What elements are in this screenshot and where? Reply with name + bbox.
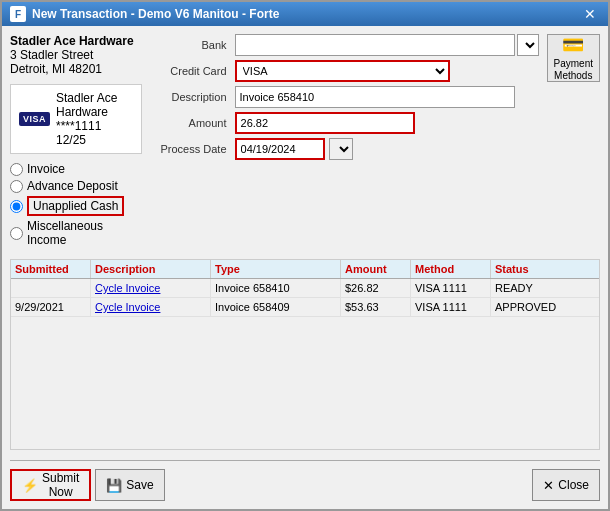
row1-submitted [11, 279, 91, 297]
amount-label: Amount [150, 117, 235, 129]
close-icon: ✕ [543, 478, 554, 493]
customer-name: Stadler Ace Hardware [10, 34, 142, 48]
submit-label: SubmitNow [42, 471, 79, 500]
close-button[interactable]: ✕ Close [532, 469, 600, 501]
invoice-radio[interactable] [10, 163, 23, 176]
radio-misc-row: Miscellaneous Income [10, 219, 142, 247]
date-row [235, 138, 353, 160]
description-input[interactable] [235, 86, 515, 108]
submit-icon: ⚡ [22, 478, 38, 493]
description-label: Description [150, 91, 235, 103]
row1-description[interactable]: Cycle Invoice [91, 279, 211, 297]
card-details: Stadler Ace Hardware ****1111 12/25 [56, 91, 133, 147]
table-header: Submitted Description Type Amount Method… [11, 260, 599, 279]
visa-badge: VISA [19, 112, 50, 126]
window-title: New Transaction - Demo V6 Manitou - Fort… [32, 7, 279, 21]
bottom-buttons-left: ⚡ SubmitNow 💾 Save [10, 469, 165, 501]
bank-input[interactable] [235, 34, 515, 56]
row1-amount: $26.82 [341, 279, 411, 297]
window-close-button[interactable]: ✕ [580, 6, 600, 22]
card-number: ****1111 [56, 119, 133, 133]
credit-card-row: Credit Card VISA [150, 60, 539, 82]
radio-section: Invoice Advance Deposit Unapplied Cash M… [10, 162, 142, 247]
payment-methods-button[interactable]: 💳 PaymentMethods [547, 34, 600, 82]
table-row[interactable]: 9/29/2021 Cycle Invoice Invoice 658409 $… [11, 298, 599, 317]
radio-invoice-row: Invoice [10, 162, 142, 176]
radio-unapplied-row: Unapplied Cash [10, 196, 142, 216]
bank-dropdown[interactable] [517, 34, 539, 56]
customer-info: Stadler Ace Hardware 3 Stadler Street De… [10, 34, 142, 253]
row2-description[interactable]: Cycle Invoice [91, 298, 211, 316]
unapplied-cash-radio[interactable] [10, 200, 23, 213]
amount-input[interactable] [235, 112, 415, 134]
main-window: F New Transaction - Demo V6 Manitou - Fo… [0, 0, 610, 511]
col-status: Status [491, 260, 561, 278]
radio-advance-row: Advance Deposit [10, 179, 142, 193]
payment-methods-icon: 💳 [562, 34, 584, 56]
customer-city-state: Detroit, MI 48201 [10, 62, 142, 76]
save-button[interactable]: 💾 Save [95, 469, 164, 501]
table-row[interactable]: Cycle Invoice Invoice 658410 $26.82 VISA… [11, 279, 599, 298]
process-date-row: Process Date [150, 138, 539, 160]
description-row: Description [150, 86, 539, 108]
process-date-dropdown[interactable] [329, 138, 353, 160]
misc-income-radio[interactable] [10, 227, 23, 240]
col-method: Method [411, 260, 491, 278]
payment-methods-label: PaymentMethods [554, 58, 593, 82]
bank-row: Bank [150, 34, 539, 56]
col-type: Type [211, 260, 341, 278]
col-description: Description [91, 260, 211, 278]
submit-now-button[interactable]: ⚡ SubmitNow [10, 469, 91, 501]
card-box[interactable]: VISA Stadler Ace Hardware ****1111 12/25 [10, 84, 142, 154]
row1-method: VISA 1111 [411, 279, 491, 297]
process-date-label: Process Date [150, 143, 235, 155]
credit-card-label: Credit Card [150, 65, 235, 77]
customer-address1: 3 Stadler Street [10, 48, 142, 62]
close-label: Close [558, 478, 589, 492]
advance-deposit-radio[interactable] [10, 180, 23, 193]
form-section: Bank Credit Card VISA Description [150, 34, 539, 253]
unapplied-cash-label: Unapplied Cash [27, 196, 124, 216]
card-expiry: 12/25 [56, 133, 133, 147]
advance-deposit-label: Advance Deposit [27, 179, 118, 193]
process-date-input[interactable] [235, 138, 325, 160]
row1-type: Invoice 658410 [211, 279, 341, 297]
amount-row: Amount [150, 112, 539, 134]
save-label: Save [126, 478, 153, 492]
misc-income-label: Miscellaneous Income [27, 219, 142, 247]
card-name: Stadler Ace Hardware [56, 91, 133, 119]
row2-status: APPROVED [491, 298, 561, 316]
bank-label: Bank [150, 39, 235, 51]
transactions-table: Submitted Description Type Amount Method… [10, 259, 600, 450]
row2-method: VISA 1111 [411, 298, 491, 316]
app-icon: F [10, 6, 26, 22]
col-submitted: Submitted [11, 260, 91, 278]
save-icon: 💾 [106, 478, 122, 493]
credit-card-select[interactable]: VISA [235, 60, 450, 82]
title-bar: F New Transaction - Demo V6 Manitou - Fo… [2, 2, 608, 26]
row2-submitted: 9/29/2021 [11, 298, 91, 316]
row1-status: READY [491, 279, 561, 297]
top-section: Stadler Ace Hardware 3 Stadler Street De… [10, 34, 600, 253]
invoice-label: Invoice [27, 162, 65, 176]
col-amount: Amount [341, 260, 411, 278]
bottom-bar: ⚡ SubmitNow 💾 Save ✕ Close [10, 465, 600, 501]
main-content: Stadler Ace Hardware 3 Stadler Street De… [2, 26, 608, 509]
row2-amount: $53.63 [341, 298, 411, 316]
bottom-divider [10, 460, 600, 461]
row2-type: Invoice 658409 [211, 298, 341, 316]
title-bar-left: F New Transaction - Demo V6 Manitou - Fo… [10, 6, 279, 22]
